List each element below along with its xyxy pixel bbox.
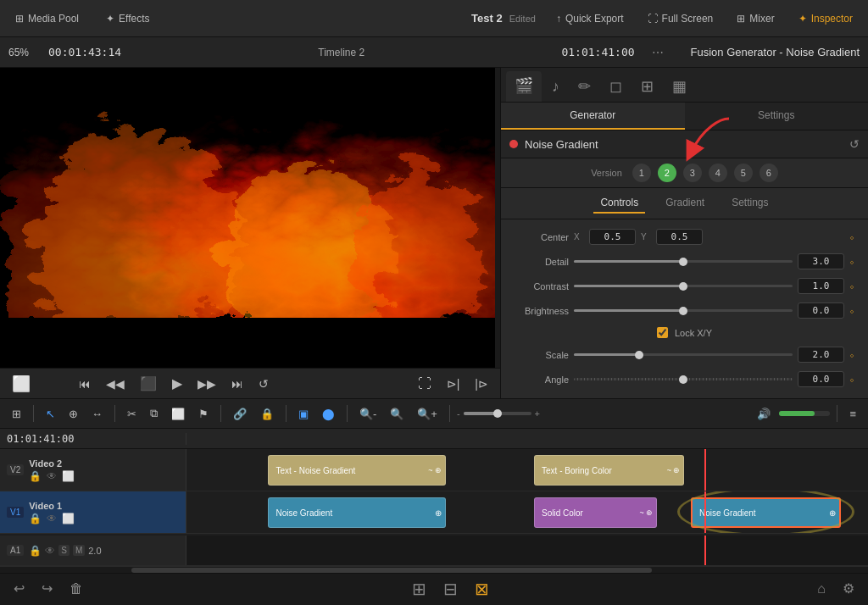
- inspector-tab-extra[interactable]: ▦: [664, 71, 695, 102]
- a1-mute-button[interactable]: M: [73, 545, 85, 556]
- fullscreen-toggle-button[interactable]: ⛶: [415, 373, 435, 395]
- cut-page-button[interactable]: ⊟: [443, 579, 458, 599]
- angle-slider[interactable]: [574, 374, 793, 386]
- brightness-slider[interactable]: [574, 305, 793, 317]
- audio-level-slider[interactable]: [779, 411, 830, 416]
- effects-button[interactable]: ✦ Effects: [99, 9, 156, 28]
- scale-slider[interactable]: [574, 349, 793, 361]
- settings-tab[interactable]: Settings: [685, 103, 869, 130]
- audio-button[interactable]: 🔊: [752, 404, 776, 424]
- noise-gradient-clip-2-selected[interactable]: Noise Gradient ⊕: [691, 497, 841, 528]
- cut-button[interactable]: ✂: [122, 404, 142, 424]
- v2-monitor-icon[interactable]: ⬜: [62, 470, 75, 482]
- inspector-tab-video[interactable]: 🎬: [506, 71, 542, 102]
- media-pool-nav-button[interactable]: ⊞: [412, 579, 426, 599]
- inspector-button[interactable]: ✦ Inspector: [792, 9, 860, 28]
- stop-button[interactable]: ⬛: [136, 372, 160, 395]
- version-3-button[interactable]: 3: [683, 164, 702, 182]
- version-2-button[interactable]: 2: [658, 164, 676, 182]
- settings-subtab[interactable]: Settings: [725, 193, 775, 214]
- skip-to-start-button[interactable]: ⏮: [75, 374, 94, 394]
- gradient-subtab[interactable]: Gradient: [659, 193, 711, 214]
- monitor-button[interactable]: ⬜: [166, 404, 190, 424]
- timeline-zoom-thumb[interactable]: [493, 409, 502, 418]
- last-frame-button[interactable]: |⊳: [471, 374, 492, 394]
- scale-value-input[interactable]: [798, 347, 844, 363]
- center-x-input[interactable]: [589, 229, 636, 245]
- v1-eye-icon[interactable]: 👁: [47, 513, 57, 525]
- detail-value-input[interactable]: [798, 253, 844, 269]
- center-y-input[interactable]: [656, 229, 703, 245]
- inspector-tab-audio[interactable]: ♪: [543, 71, 568, 102]
- undo-button[interactable]: ↩: [14, 580, 25, 597]
- inspector-tab-generator[interactable]: ⊞: [632, 71, 662, 102]
- timeline-scroll[interactable]: [0, 566, 868, 573]
- quick-export-button[interactable]: ↑ Quick Export: [549, 9, 631, 28]
- step-back-button[interactable]: ◀◀: [103, 374, 128, 394]
- timeline-zoom-slider[interactable]: [464, 412, 531, 415]
- v1-lock-icon[interactable]: 🔒: [29, 513, 42, 525]
- timecode-options-icon[interactable]: ⋯: [652, 46, 664, 59]
- loop-button[interactable]: ↺: [255, 374, 272, 394]
- detail-keyframe-diamond[interactable]: ⬦: [849, 257, 860, 266]
- brightness-keyframe-diamond[interactable]: ⬦: [849, 306, 860, 315]
- a1-solo-button[interactable]: S: [58, 545, 70, 556]
- inspector-tab-effects[interactable]: ✏: [570, 71, 599, 102]
- media-pool-button[interactable]: ⊞ Media Pool: [8, 9, 86, 28]
- v1-monitor-icon[interactable]: ⬜: [62, 513, 75, 525]
- mixer-button[interactable]: ⊞ Mixer: [730, 9, 781, 28]
- version-5-button[interactable]: 5: [734, 164, 753, 182]
- color-page-button[interactable]: ⊠: [475, 579, 489, 599]
- controls-subtab[interactable]: Controls: [593, 193, 645, 214]
- timeline-zoom-minus[interactable]: -: [457, 408, 460, 419]
- brightness-value-input[interactable]: [798, 302, 844, 319]
- contrast-slider[interactable]: [574, 280, 793, 292]
- solid-color-clip[interactable]: Solid Color ~ ⊕: [534, 497, 657, 528]
- color-blue-button[interactable]: ⬤: [317, 404, 340, 424]
- angle-keyframe-diamond[interactable]: ⬦: [849, 375, 860, 384]
- preview-scrollbar-track[interactable]: [495, 68, 500, 368]
- noise-gradient-clip-1[interactable]: Noise Gradient ⊕: [268, 497, 445, 528]
- play-button[interactable]: ▶: [169, 372, 186, 395]
- add-marker-button[interactable]: ⬜: [8, 371, 34, 397]
- redo-button[interactable]: ↪: [42, 580, 53, 597]
- generator-tab[interactable]: Generator: [501, 103, 685, 130]
- text-noise-gradient-clip[interactable]: Text - Noise Gradient ~ ⊕: [268, 455, 445, 486]
- zoom-out-button[interactable]: 🔍-: [354, 404, 381, 424]
- flag-button[interactable]: ⚑: [193, 404, 214, 424]
- lock-button[interactable]: 🔒: [255, 404, 279, 424]
- v2-lock-icon[interactable]: 🔒: [29, 470, 42, 482]
- timeline-scroll-thumb[interactable]: [131, 568, 652, 573]
- v2-eye-icon[interactable]: 👁: [47, 470, 57, 482]
- scale-keyframe-diamond[interactable]: ⬦: [849, 350, 860, 359]
- version-6-button[interactable]: 6: [760, 164, 778, 182]
- next-frame-button[interactable]: ⊳|: [443, 374, 464, 394]
- contrast-keyframe-diamond[interactable]: ⬦: [849, 281, 860, 291]
- zoom-normal-button[interactable]: 🔍: [385, 404, 409, 424]
- a1-lock-icon[interactable]: 🔒: [29, 545, 42, 557]
- center-keyframe-diamond[interactable]: ⬦: [849, 232, 860, 241]
- workspace-button[interactable]: ⊞: [7, 404, 26, 424]
- pointer-tool-button[interactable]: ↖: [41, 404, 60, 424]
- reset-button[interactable]: ↺: [849, 137, 860, 151]
- menu-button[interactable]: ≡: [844, 404, 861, 424]
- timeline-zoom-plus[interactable]: +: [535, 408, 540, 419]
- full-screen-button[interactable]: ⛶ Full Screen: [641, 9, 721, 28]
- ripple-tool-button[interactable]: ↔: [86, 404, 108, 424]
- in-out-button[interactable]: ▣: [293, 404, 314, 424]
- lock-xy-checkbox[interactable]: [657, 327, 668, 338]
- zoom-in-button[interactable]: 🔍+: [412, 404, 442, 424]
- inspector-tab-transition[interactable]: ◻: [601, 71, 631, 102]
- link-button[interactable]: 🔗: [228, 404, 252, 424]
- copy-button[interactable]: ⧉: [145, 403, 163, 424]
- home-button[interactable]: ⌂: [817, 581, 826, 597]
- contrast-value-input[interactable]: [798, 278, 844, 294]
- a1-eye-icon[interactable]: 👁: [45, 545, 55, 557]
- detail-slider[interactable]: [574, 256, 793, 268]
- skip-to-end-button[interactable]: ⏭: [228, 374, 247, 394]
- version-4-button[interactable]: 4: [709, 164, 727, 182]
- angle-value-input[interactable]: [798, 371, 844, 387]
- settings-button[interactable]: ⚙: [843, 580, 854, 597]
- text-boring-color-clip[interactable]: Text - Boring Color ~ ⊕: [534, 455, 684, 486]
- delete-button[interactable]: 🗑: [70, 581, 83, 597]
